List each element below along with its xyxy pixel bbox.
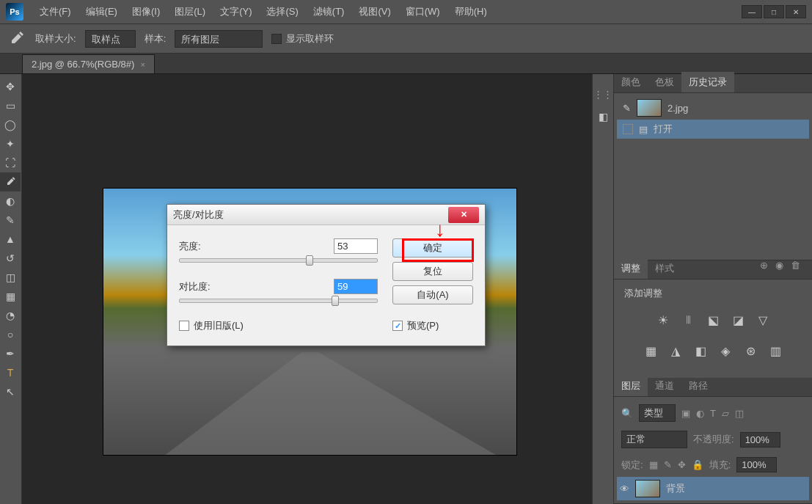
eraser-tool[interactable]: ◫: [0, 268, 21, 287]
new-snapshot-icon[interactable]: ⊕: [760, 260, 768, 271]
menu-help[interactable]: 帮助(H): [447, 5, 494, 18]
history-source[interactable]: ✎ 2.jpg: [617, 96, 809, 120]
auto-button[interactable]: 自动(A): [392, 285, 473, 304]
lock-pos-icon[interactable]: ✥: [678, 459, 686, 470]
tab-history[interactable]: 历史记录: [681, 72, 734, 92]
minimize-button[interactable]: —: [742, 5, 762, 18]
show-ring-check[interactable]: 显示取样环: [271, 32, 334, 45]
tab-layers[interactable]: 图层: [614, 376, 648, 396]
menu-select[interactable]: 选择(S): [259, 5, 305, 18]
dialog-titlebar[interactable]: 亮度/对比度 ✕: [167, 205, 485, 225]
filter-shape-icon[interactable]: ▱: [722, 408, 729, 419]
tab-styles[interactable]: 样式: [648, 258, 681, 279]
layers-panel-tabs: 图层 通道 路径: [614, 378, 812, 397]
slider-thumb-icon[interactable]: [332, 296, 339, 306]
visibility-icon[interactable]: 👁: [620, 483, 629, 494]
collapse-icon[interactable]: ⋮⋮: [593, 89, 612, 100]
menu-edit[interactable]: 编辑(E): [78, 5, 125, 18]
panel-strip: ⋮⋮ ◧: [592, 74, 614, 504]
search-icon[interactable]: 🔍: [621, 408, 633, 419]
opacity-label: 不透明度:: [693, 433, 734, 446]
legacy-checkbox[interactable]: 使用旧版(L): [179, 319, 378, 332]
curves-adj-icon[interactable]: ⬕: [705, 312, 721, 328]
layer-row[interactable]: 👁 背景: [617, 477, 809, 500]
dialog-close-button[interactable]: ✕: [448, 207, 479, 223]
photo-filter-icon[interactable]: ◈: [717, 343, 734, 359]
move-tool[interactable]: ✥: [0, 77, 21, 96]
fill-select[interactable]: 100%: [736, 457, 777, 472]
brightness-slider[interactable]: [179, 258, 378, 263]
menu-view[interactable]: 视图(V): [351, 5, 398, 18]
lasso-tool[interactable]: ◯: [0, 115, 21, 134]
exposure-adj-icon[interactable]: ◪: [730, 312, 746, 328]
filter-adj-icon[interactable]: ◐: [696, 408, 704, 419]
camera-icon[interactable]: ◉: [775, 260, 783, 271]
menu-bar: Ps 文件(F) 编辑(E) 图像(I) 图层(L) 文字(Y) 选择(S) 滤…: [0, 0, 812, 24]
sample-size-label: 取样大小:: [35, 32, 76, 45]
pen-tool[interactable]: ✒: [0, 344, 21, 363]
tab-adjustments[interactable]: 调整: [614, 258, 648, 279]
path-tool[interactable]: ↖: [0, 382, 21, 401]
brightness-input[interactable]: [334, 238, 378, 254]
heal-tool[interactable]: ◐: [0, 191, 21, 211]
type-tool[interactable]: T: [0, 363, 21, 382]
contrast-slider[interactable]: [179, 299, 378, 303]
levels-adj-icon[interactable]: ⫴: [680, 312, 696, 328]
ok-button[interactable]: 确定: [392, 238, 473, 258]
filter-type-select[interactable]: 类型: [639, 404, 676, 422]
maximize-button[interactable]: □: [764, 5, 784, 18]
tab-close-icon[interactable]: ×: [140, 60, 145, 69]
document-tab[interactable]: 2.jpg @ 66.7%(RGB/8#) ×: [22, 54, 155, 73]
tab-color[interactable]: 颜色: [614, 72, 648, 92]
crop-tool[interactable]: ⛶: [0, 153, 21, 172]
balance-adj-icon[interactable]: ◮: [667, 343, 684, 359]
lock-paint-icon[interactable]: ✎: [664, 459, 672, 470]
brightness-adj-icon[interactable]: ☀: [655, 312, 671, 328]
history-step-label: 打开: [654, 123, 673, 136]
menu-layer[interactable]: 图层(L): [167, 5, 213, 18]
opacity-select[interactable]: 100%: [740, 432, 780, 448]
close-button[interactable]: ✕: [786, 5, 806, 18]
filter-image-icon[interactable]: ▣: [681, 408, 690, 419]
sample-select[interactable]: 所有图层: [175, 30, 263, 48]
slider-thumb-icon[interactable]: [306, 255, 313, 266]
marquee-tool[interactable]: ▭: [0, 96, 21, 115]
contrast-input[interactable]: [334, 279, 378, 294]
layer-name: 背景: [666, 482, 685, 495]
mixer-adj-icon[interactable]: ⊛: [742, 343, 758, 359]
stamp-tool[interactable]: ▲: [0, 230, 21, 249]
legacy-label: 使用旧版(L): [194, 319, 244, 332]
history-brush-tool[interactable]: ↺: [0, 249, 21, 268]
menu-file[interactable]: 文件(F): [32, 5, 78, 18]
gradient-tool[interactable]: ▦: [0, 287, 21, 306]
tab-swatches[interactable]: 色板: [648, 72, 681, 92]
hue-adj-icon[interactable]: ▦: [643, 343, 659, 359]
lock-all-icon[interactable]: 🔒: [692, 459, 703, 470]
lookup-adj-icon[interactable]: ▥: [767, 343, 783, 359]
brush-tool[interactable]: ✎: [0, 211, 21, 230]
panel-icon[interactable]: ◧: [593, 107, 613, 126]
filter-type-icon[interactable]: T: [710, 408, 716, 419]
dodge-tool[interactable]: ○: [0, 325, 21, 344]
vibrance-adj-icon[interactable]: ▽: [755, 312, 771, 328]
eyedropper-tool[interactable]: [0, 172, 21, 191]
preview-checkbox[interactable]: 预览(P): [392, 319, 473, 332]
menu-image[interactable]: 图像(I): [125, 5, 167, 18]
filter-smart-icon[interactable]: ◫: [735, 408, 744, 419]
blend-mode-select[interactable]: 正常: [621, 431, 687, 448]
menu-filter[interactable]: 滤镜(T): [306, 5, 352, 18]
blur-tool[interactable]: ◔: [0, 306, 21, 325]
tab-channels[interactable]: 通道: [648, 376, 681, 396]
wand-tool[interactable]: ✦: [0, 134, 21, 153]
tab-paths[interactable]: 路径: [681, 376, 715, 396]
fill-label: 填充:: [709, 459, 731, 472]
history-step[interactable]: ▤ 打开: [617, 120, 809, 139]
sample-size-select[interactable]: 取样点: [85, 30, 136, 48]
trash-icon[interactable]: 🗑: [791, 260, 800, 271]
lock-trans-icon[interactable]: ▦: [649, 459, 658, 470]
menu-text[interactable]: 文字(Y): [213, 5, 259, 18]
menu-window[interactable]: 窗口(W): [398, 5, 447, 18]
bw-adj-icon[interactable]: ◧: [692, 343, 709, 359]
reset-button[interactable]: 复位: [392, 262, 473, 281]
eyedropper-icon: [6, 29, 26, 49]
